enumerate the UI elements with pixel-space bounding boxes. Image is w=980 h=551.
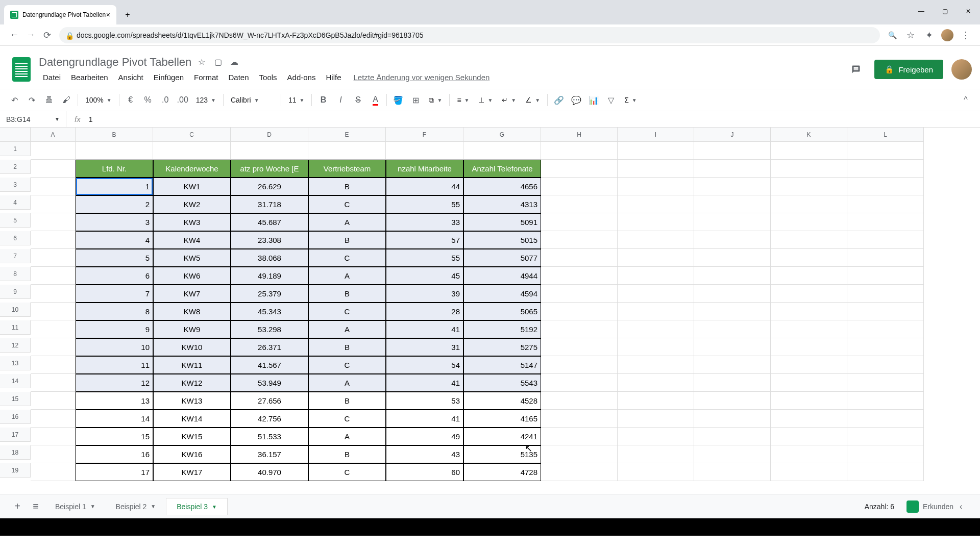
formula-input[interactable]: 1 xyxy=(89,115,980,123)
cell[interactable] xyxy=(31,142,76,160)
cell[interactable]: KW9 xyxy=(153,320,231,338)
cell[interactable] xyxy=(771,445,847,463)
cell[interactable] xyxy=(618,356,694,374)
cell[interactable]: Vertriebsteam xyxy=(308,160,386,178)
cell[interactable]: B xyxy=(308,285,386,303)
cell[interactable]: 10 xyxy=(76,338,153,356)
cell[interactable]: 12 xyxy=(76,374,153,392)
spreadsheet-grid[interactable]: ABCDEFGHIJKL12Lfd. Nr.Kalenderwocheatz p… xyxy=(0,128,980,494)
cell[interactable]: 6 xyxy=(76,267,153,285)
cell[interactable] xyxy=(31,213,76,231)
cell[interactable]: A xyxy=(308,320,386,338)
cell[interactable] xyxy=(618,267,694,285)
cell[interactable]: KW4 xyxy=(153,231,231,249)
column-header[interactable]: K xyxy=(771,128,847,142)
cell[interactable] xyxy=(31,356,76,374)
cell[interactable]: 4656 xyxy=(463,178,541,195)
cell[interactable]: C xyxy=(308,356,386,374)
menu-format[interactable]: Format xyxy=(190,71,223,84)
cell[interactable] xyxy=(694,285,771,303)
cell[interactable]: KW5 xyxy=(153,249,231,267)
cell[interactable] xyxy=(694,160,771,178)
sheet-tab-3[interactable]: Beispiel 3▼ xyxy=(166,498,228,515)
menu-addons[interactable]: Add-ons xyxy=(283,71,320,84)
cell[interactable]: 5147 xyxy=(463,356,541,374)
column-header[interactable]: J xyxy=(694,128,771,142)
cell[interactable]: 38.068 xyxy=(231,249,308,267)
cell[interactable]: 5091 xyxy=(463,213,541,231)
cell[interactable]: 4528 xyxy=(463,392,541,410)
cell[interactable] xyxy=(771,356,847,374)
star-icon[interactable]: ☆ xyxy=(195,56,208,68)
cell[interactable] xyxy=(618,463,694,481)
row-header[interactable]: 12 xyxy=(0,338,31,353)
cell[interactable]: 60 xyxy=(386,463,463,481)
cell[interactable] xyxy=(847,267,924,285)
row-header[interactable]: 3 xyxy=(0,178,31,192)
cell[interactable] xyxy=(771,463,847,481)
cell[interactable]: B xyxy=(308,178,386,195)
close-tab-icon[interactable]: × xyxy=(106,11,110,19)
status-count[interactable]: Anzahl: 6 xyxy=(865,503,894,511)
cell[interactable] xyxy=(31,392,76,410)
cell[interactable]: C xyxy=(308,195,386,213)
cell[interactable]: 53 xyxy=(386,392,463,410)
cell[interactable] xyxy=(847,463,924,481)
cell[interactable]: KW3 xyxy=(153,213,231,231)
cell[interactable]: C xyxy=(308,303,386,320)
cell[interactable] xyxy=(618,231,694,249)
paint-format-button[interactable]: 🖌 xyxy=(58,92,75,108)
cell[interactable]: KW16 xyxy=(153,445,231,463)
column-header[interactable]: F xyxy=(386,128,463,142)
menu-bearbeiten[interactable]: Bearbeiten xyxy=(67,71,112,84)
sheet-tab-2[interactable]: Beispiel 2▼ xyxy=(106,498,166,515)
column-header[interactable]: G xyxy=(463,128,541,142)
cell[interactable] xyxy=(771,428,847,445)
cell[interactable] xyxy=(694,428,771,445)
cell[interactable] xyxy=(771,178,847,195)
strikethrough-button[interactable]: S xyxy=(350,92,366,108)
insert-link-button[interactable]: 🔗 xyxy=(551,92,567,108)
cell[interactable]: Anzahl Telefonate xyxy=(463,160,541,178)
cell[interactable]: 4313 xyxy=(463,195,541,213)
cell[interactable] xyxy=(847,142,924,160)
italic-button[interactable]: I xyxy=(332,92,349,108)
cell[interactable]: 45.343 xyxy=(231,303,308,320)
cell[interactable] xyxy=(618,195,694,213)
cell[interactable]: KW15 xyxy=(153,428,231,445)
text-wrap-button[interactable]: ↵▼ xyxy=(498,96,520,104)
menu-ansicht[interactable]: Ansicht xyxy=(114,71,148,84)
cell[interactable] xyxy=(31,249,76,267)
cell[interactable]: 33 xyxy=(386,213,463,231)
cell[interactable]: KW12 xyxy=(153,374,231,392)
cell[interactable] xyxy=(847,445,924,463)
cell[interactable] xyxy=(847,285,924,303)
cell[interactable] xyxy=(308,142,386,160)
cell[interactable] xyxy=(847,249,924,267)
cell[interactable] xyxy=(31,195,76,213)
extensions-icon[interactable]: ✦ xyxy=(921,27,937,43)
cell[interactable]: 5077 xyxy=(463,249,541,267)
cell[interactable]: 5275 xyxy=(463,338,541,356)
cell[interactable]: 57 xyxy=(386,231,463,249)
cell[interactable]: 1 xyxy=(76,178,153,195)
cell[interactable] xyxy=(541,463,618,481)
cell[interactable] xyxy=(618,285,694,303)
cell[interactable]: KW13 xyxy=(153,392,231,410)
cell[interactable] xyxy=(771,213,847,231)
cell[interactable] xyxy=(541,356,618,374)
print-button[interactable]: 🖶 xyxy=(41,92,57,108)
redo-button[interactable]: ↷ xyxy=(23,92,40,108)
row-header[interactable]: 18 xyxy=(0,445,31,460)
cell[interactable]: nzahl Mitarbeite xyxy=(386,160,463,178)
cell[interactable]: 55 xyxy=(386,195,463,213)
select-all-corner[interactable] xyxy=(0,128,31,142)
cell[interactable] xyxy=(541,195,618,213)
cell[interactable]: KW14 xyxy=(153,410,231,428)
cell[interactable]: 26.371 xyxy=(231,338,308,356)
row-header[interactable]: 10 xyxy=(0,303,31,317)
side-panel-toggle[interactable]: ‹ xyxy=(960,502,972,511)
cell[interactable] xyxy=(847,320,924,338)
cell[interactable]: 31 xyxy=(386,338,463,356)
cell[interactable] xyxy=(31,463,76,481)
